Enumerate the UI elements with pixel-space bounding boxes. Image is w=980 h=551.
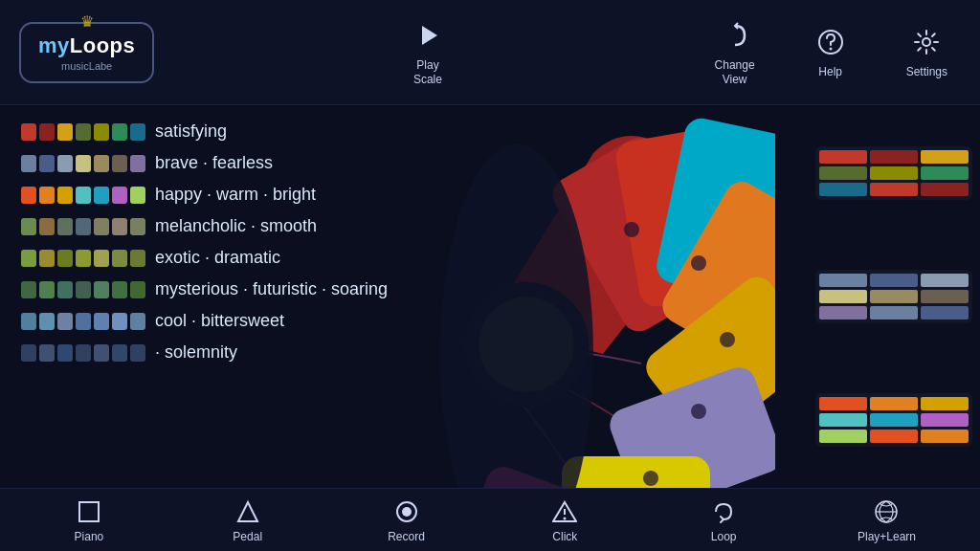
chip	[94, 218, 109, 235]
mini-chip	[870, 166, 918, 180]
mood-row-4[interactable]: exotic · dramatic	[15, 243, 402, 273]
svg-point-2	[829, 48, 832, 51]
mood-row-7[interactable]: · solemnity	[15, 338, 402, 367]
chip	[21, 281, 36, 298]
mini-chip	[921, 150, 969, 164]
logo-loops: Loops	[70, 33, 136, 57]
mood-chips-0	[21, 123, 145, 141]
mini-chip	[870, 397, 918, 410]
loop-label: Loop	[711, 530, 737, 543]
play-scale-label: PlayScale	[413, 58, 442, 86]
chip	[57, 155, 73, 172]
change-view-button[interactable]: ChangeView	[702, 11, 768, 94]
svg-point-17	[720, 332, 735, 347]
piano-button[interactable]: Piano	[51, 492, 127, 549]
play-learn-label: Play+Learn	[858, 530, 916, 543]
click-button[interactable]: Click	[526, 492, 603, 549]
click-icon	[550, 497, 579, 526]
top-bar: ♛ myLoops musicLabe PlayScale ChangeView	[0, 0, 980, 105]
chip	[94, 187, 109, 204]
click-label: Click	[552, 530, 577, 543]
mood-label-3: melancholic · smooth	[155, 216, 317, 236]
chip	[39, 123, 55, 141]
mini-chip	[921, 413, 969, 427]
mini-chip	[819, 183, 867, 196]
mini-chip	[921, 166, 969, 180]
logo-title: myLoops	[38, 33, 135, 58]
mood-row-1[interactable]: brave · fearless	[15, 148, 402, 178]
chip	[39, 218, 55, 235]
logo-block[interactable]: ♛ myLoops musicLabe	[19, 22, 154, 83]
mini-chip	[819, 413, 867, 427]
mini-chip	[921, 274, 969, 287]
chip	[130, 187, 145, 204]
mini-chip	[870, 150, 918, 164]
pedal-button[interactable]: Pedal	[210, 492, 286, 549]
loop-button[interactable]: Loop	[685, 492, 762, 549]
chip	[39, 187, 55, 204]
mini-chip	[870, 183, 918, 196]
svg-point-3	[923, 38, 930, 46]
help-button[interactable]: Help	[797, 17, 864, 86]
play-scale-button[interactable]: PlayScale	[394, 11, 461, 94]
piano-icon	[75, 497, 103, 526]
piano-label: Piano	[75, 530, 104, 543]
play-learn-icon	[872, 497, 901, 526]
svg-point-14	[479, 297, 574, 392]
mood-label-5: mysterious · futuristic · soaring	[155, 279, 388, 299]
svg-point-28	[564, 517, 567, 519]
play-learn-button[interactable]: Play+Learn	[844, 492, 929, 549]
chip	[130, 344, 145, 362]
chip	[94, 281, 109, 298]
chip	[21, 123, 36, 141]
chip	[21, 344, 36, 362]
chip	[57, 344, 73, 362]
chip	[94, 313, 109, 330]
mood-chips-4	[21, 250, 145, 267]
chip	[21, 187, 36, 204]
logo-my: my	[38, 33, 70, 57]
mini-grid-1	[815, 270, 972, 323]
bottom-bar: Piano Pedal Record Click	[0, 488, 980, 551]
chip	[21, 155, 36, 172]
mood-row-5[interactable]: mysterious · futuristic · soaring	[15, 275, 402, 304]
chip	[112, 187, 127, 204]
chip	[112, 281, 127, 298]
mood-label-4: exotic · dramatic	[155, 248, 280, 268]
mood-chips-7	[21, 344, 145, 362]
svg-marker-23	[238, 502, 257, 521]
chip	[112, 218, 127, 235]
mood-chips-3	[21, 218, 145, 235]
chip	[76, 155, 91, 172]
help-label: Help	[818, 65, 842, 78]
mini-chip	[870, 274, 918, 287]
record-label: Record	[388, 530, 425, 543]
chip	[94, 344, 109, 362]
chip	[57, 187, 73, 204]
mood-row-3[interactable]: melancholic · smooth	[15, 211, 402, 241]
settings-label: Settings	[906, 65, 947, 78]
svg-point-19	[643, 471, 658, 486]
mini-chip	[870, 413, 918, 427]
mini-chip	[819, 150, 867, 164]
chip	[39, 344, 55, 362]
chip	[21, 250, 36, 267]
mood-label-0: satisfying	[155, 121, 227, 142]
chip	[57, 281, 73, 298]
mood-chips-6	[21, 313, 145, 330]
mood-row-2[interactable]: happy · warm · bright	[15, 180, 402, 209]
record-button[interactable]: Record	[368, 492, 445, 549]
right-panel	[808, 105, 980, 488]
mood-label-6: cool · bittersweet	[155, 311, 284, 331]
chip	[130, 313, 145, 330]
mood-row-0[interactable]: satisfying	[15, 117, 402, 146]
mood-list: satisfyingbrave · fearlesshappy · warm ·…	[0, 105, 402, 488]
crown-icon: ♛	[80, 12, 94, 31]
settings-button[interactable]: Settings	[893, 17, 961, 86]
mini-chip	[921, 430, 969, 443]
mood-chips-5	[21, 281, 145, 298]
chip	[94, 250, 109, 267]
chip	[112, 250, 127, 267]
pedal-icon	[234, 497, 262, 526]
mood-row-6[interactable]: cool · bittersweet	[15, 306, 402, 336]
